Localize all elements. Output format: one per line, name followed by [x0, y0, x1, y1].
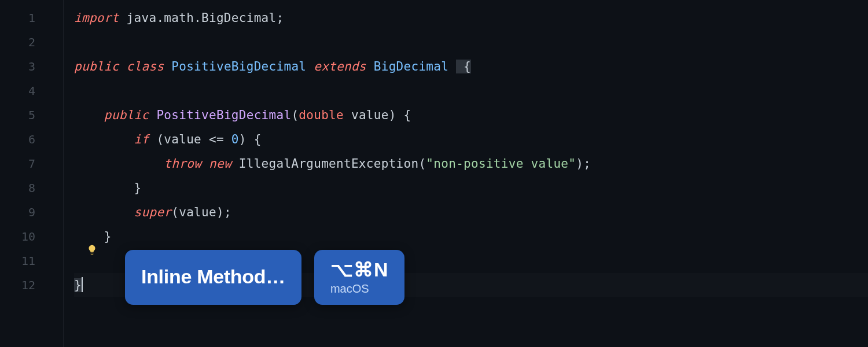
code-line[interactable]	[74, 79, 868, 103]
code-line[interactable]: throw new IllegalArgumentException("non-…	[74, 152, 868, 176]
line-number: 5	[0, 103, 63, 127]
action-popup: Inline Method… ⌥⌘N macOS	[125, 250, 404, 305]
code-line[interactable]: }	[74, 176, 868, 200]
line-number: 11	[0, 249, 63, 273]
gutter: 1 2 3 4 5 6 7 8 9 10 11 12	[0, 0, 64, 347]
line-number: 9	[0, 200, 63, 224]
code-line[interactable]	[74, 30, 868, 54]
action-label: Inline Method…	[141, 265, 285, 288]
line-number: 7	[0, 152, 63, 176]
line-number: 4	[0, 79, 63, 103]
line-number: 3	[0, 54, 63, 79]
code-line[interactable]: super(value);	[74, 200, 868, 224]
line-number: 2	[0, 30, 63, 54]
line-number: 6	[0, 127, 63, 152]
line-number: 1	[0, 6, 63, 30]
inline-method-button[interactable]: Inline Method…	[125, 250, 301, 305]
line-number: 12	[0, 273, 63, 297]
line-number: 10	[0, 224, 63, 249]
code-line[interactable]: public PositiveBigDecimal(double value) …	[74, 103, 868, 127]
line-number: 8	[0, 176, 63, 200]
shortcut-card: ⌥⌘N macOS	[314, 250, 405, 305]
code-line[interactable]: }	[74, 224, 868, 249]
shortcut-keys: ⌥⌘N	[330, 258, 389, 281]
svg-rect-0	[90, 253, 94, 253]
code-line[interactable]: import java.math.BigDecimal;	[74, 6, 868, 30]
shortcut-platform: macOS	[330, 282, 389, 296]
cursor	[82, 277, 83, 292]
svg-rect-1	[91, 254, 94, 254]
lightbulb-icon[interactable]	[86, 244, 98, 257]
code-line[interactable]: if (value <= 0) {	[74, 127, 868, 152]
code-line[interactable]: public class PositiveBigDecimal extends …	[74, 54, 868, 79]
